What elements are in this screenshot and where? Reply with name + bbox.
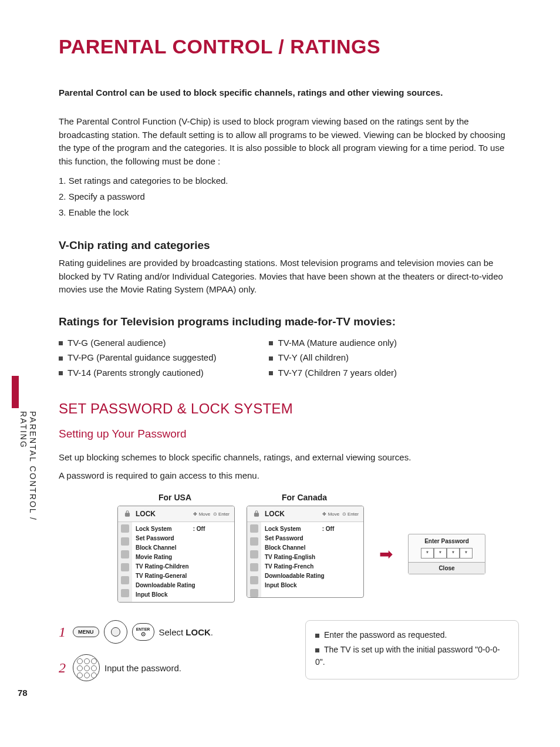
section-title: SET PASSWORD & LOCK SYSTEM: [59, 401, 519, 417]
menu-icon: [250, 550, 258, 558]
menu-usa: LOCK ✥ Move ⊙ Enter Lock System: Off Set…: [117, 506, 235, 603]
pw-para2: A password is required to gain access to…: [59, 469, 519, 483]
side-tab-text: PARENTAL CONTROL / RATING: [19, 411, 38, 540]
menu-hints: ✥ Move ⊙ Enter: [322, 512, 359, 517]
canada-label: For Canada: [282, 493, 327, 502]
menu-item: Block Channel: [265, 543, 360, 553]
note-item: Enter the password as requested.: [315, 629, 509, 641]
step-1-text: Select LOCK.: [159, 627, 214, 637]
password-digit: *: [421, 548, 434, 558]
menu-item: Downloadable Rating: [136, 581, 231, 590]
menu-title: LOCK: [136, 510, 193, 518]
step-2-text: Input the password.: [104, 663, 181, 673]
menu-item: Block Channel: [136, 543, 231, 553]
rating-item: TV-Y (All children): [269, 350, 397, 365]
menu-items-usa: Lock System: Off Set Password Block Chan…: [132, 522, 234, 602]
menu-item: TV Rating-Children: [136, 562, 231, 571]
password-close: Close: [409, 562, 485, 574]
password-title: Enter Password: [409, 538, 485, 544]
bullet-icon: [269, 371, 273, 375]
list-item: 1. Set ratings and categories to be bloc…: [59, 173, 519, 189]
pw-para1: Set up blocking schemes to block specifi…: [59, 451, 519, 465]
menu-icon: [250, 537, 258, 546]
bullet-icon: [269, 341, 273, 345]
side-accent: [12, 376, 19, 408]
rating-item: TV-MA (Mature audience only): [269, 335, 397, 351]
rating-item: TV-PG (Parental guidance suggested): [59, 350, 216, 365]
rating-item: TV-Y7 (Children 7 years older): [269, 365, 397, 381]
bullet-icon: [59, 341, 63, 345]
bullet-icon: [59, 356, 63, 361]
step-number: 2: [59, 660, 68, 676]
side-tab: PARENTAL CONTROL / RATING: [12, 376, 31, 540]
rating-item: TV-14 (Parents strongly cautioned): [59, 365, 216, 381]
ratings-columns: TV-G (General audience) TV-PG (Parental …: [59, 335, 519, 381]
bullet-icon: [315, 648, 319, 652]
password-digit: *: [434, 548, 447, 558]
menu-icon: [121, 550, 129, 558]
lock-icon: [252, 509, 261, 519]
menu-item: TV Rating-General: [136, 571, 231, 581]
numbered-list: 1. Set ratings and categories to be bloc…: [59, 173, 519, 220]
arrow-right-icon: ➡: [379, 544, 393, 564]
notes-box: Enter the password as requested. The TV …: [305, 620, 519, 679]
ratings-heading: Ratings for Television programs includin…: [59, 315, 519, 328]
numpad-icon: [73, 654, 100, 681]
menu-icon: [121, 537, 129, 546]
step-2: 2 Input the password.: [59, 654, 299, 681]
vchip-heading: V-Chip rating and categories: [59, 239, 519, 252]
list-item: 2. Specify a password: [59, 189, 519, 204]
menu-icon: [250, 576, 258, 584]
menu-icon: [121, 563, 129, 571]
menu-icon: [121, 524, 129, 533]
menu-canada: LOCK ✥ Move ⊙ Enter Lock System: Off Set…: [247, 506, 364, 598]
lock-icon: [123, 509, 132, 519]
intro-bold: Parental Control can be used to block sp…: [59, 88, 519, 97]
note-item: The TV is set up with the initial passwo…: [315, 644, 509, 668]
menu-item: Set Password: [265, 534, 360, 543]
bullet-icon: [59, 371, 63, 375]
password-fields: * * * *: [409, 548, 485, 558]
list-item: 3. Enable the lock: [59, 204, 519, 220]
menu-item: Input Block: [136, 590, 231, 600]
bullet-icon: [315, 634, 319, 638]
password-digit: *: [447, 548, 460, 558]
menu-icon: [121, 576, 129, 584]
menu-item: Movie Rating: [136, 553, 231, 562]
menu-items-canada: Lock System: Off Set Password Block Chan…: [261, 522, 363, 597]
password-digit: *: [460, 548, 473, 558]
usa-label: For USA: [158, 493, 191, 502]
menu-item: Set Password: [136, 534, 231, 543]
menu-icon: [250, 589, 258, 597]
menu-item: Input Block: [265, 581, 360, 590]
bullet-icon: [269, 356, 273, 361]
menu-item: Lock System: Off: [265, 524, 360, 534]
menu-item: Downloadable Rating: [265, 571, 360, 581]
menu-item: TV Rating-French: [265, 562, 360, 571]
menu-hints: ✥ Move ⊙ Enter: [193, 512, 230, 517]
menu-icon: [121, 589, 129, 597]
menu-icon: [250, 563, 258, 571]
intro-para: The Parental Control Function (V-Chip) i…: [59, 115, 519, 168]
section-subtitle: Setting up Your Password: [59, 428, 519, 440]
step-number: 1: [59, 624, 68, 640]
menu-side-icons: [118, 522, 132, 602]
rating-item: TV-G (General audience): [59, 335, 216, 351]
enter-button-icon: ENTER⊙: [132, 623, 154, 641]
vchip-para: Rating guidelines are provided by broadc…: [59, 257, 519, 297]
password-dialog: Enter Password * * * * Close: [408, 534, 485, 574]
step-1: 1 MENU ENTER⊙ Select LOCK.: [59, 620, 299, 644]
page-title: PARENTAL CONTROL / RATINGS: [59, 35, 519, 58]
menu-item: TV Rating-English: [265, 553, 360, 562]
menu-item: Lock System: Off: [136, 524, 231, 534]
dpad-icon: [104, 620, 127, 644]
menu-icon: [250, 524, 258, 533]
menu-side-icons: [247, 522, 261, 597]
page-number: 78: [18, 688, 28, 698]
menu-button-icon: MENU: [73, 627, 99, 637]
menu-title: LOCK: [265, 510, 322, 518]
